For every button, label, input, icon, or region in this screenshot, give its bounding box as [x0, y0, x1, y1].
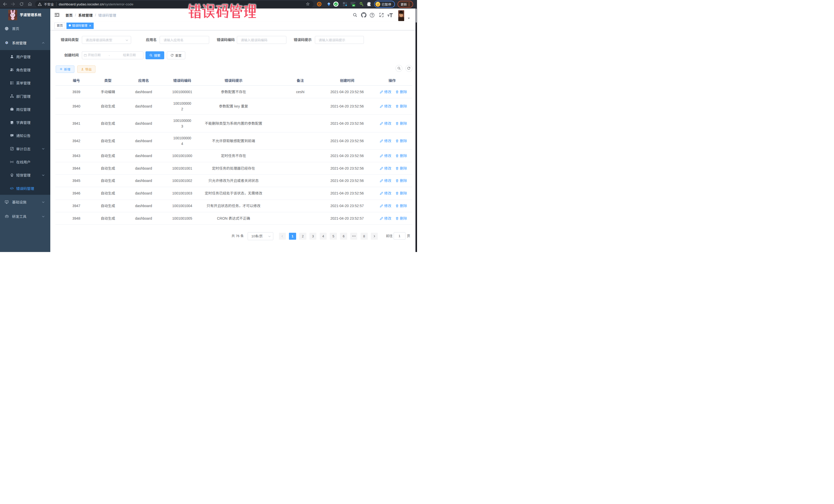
svg-text:on: on — [353, 4, 355, 6]
